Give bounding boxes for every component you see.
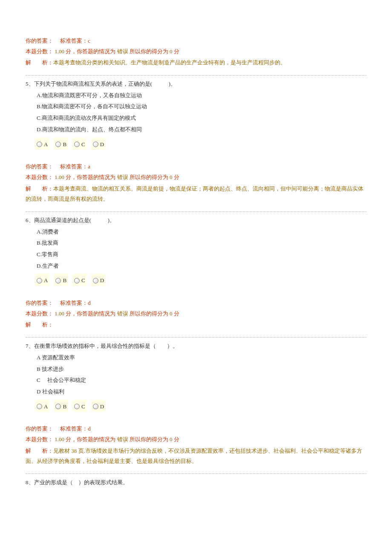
radio-a[interactable]: A bbox=[35, 274, 49, 286]
std-answer-value: a bbox=[88, 163, 90, 170]
radio-label: D bbox=[100, 402, 104, 412]
radio-icon bbox=[55, 142, 61, 147]
status: 错误 bbox=[117, 48, 128, 55]
stem-text: 商品流通渠道的起点是( )。 bbox=[34, 217, 115, 223]
question-7: 7、在衡量市场绩效的指标中，最具综合性的指标是（ ）。 A 资源配置效率 B 技… bbox=[26, 341, 366, 474]
question-8: 8、产业的形成是（ ）的表现形式结果。 bbox=[26, 477, 366, 488]
answer-line: 你的答案： 标准答案：d bbox=[26, 424, 366, 434]
option-d: D 社会福利 bbox=[37, 387, 366, 397]
got-score: 0 bbox=[170, 436, 173, 442]
analysis-line: 解 析：本题考查物流分类的相关知识。生产物流是制造产品的生产企业特有的，是与生产… bbox=[26, 58, 366, 68]
option-a: A 资源配置效率 bbox=[37, 353, 366, 363]
radio-b[interactable]: B bbox=[54, 138, 68, 150]
option-c: C 社会公平和稳定 bbox=[37, 375, 366, 386]
radio-label: B bbox=[63, 139, 66, 150]
std-answer-label: 标准答案： bbox=[60, 300, 88, 306]
analysis-label: 解 析： bbox=[26, 59, 53, 66]
got-score: 0 bbox=[170, 48, 173, 55]
radio-group: A B C D bbox=[26, 400, 366, 412]
question-number: 8、 bbox=[26, 479, 34, 486]
radio-d[interactable]: D bbox=[91, 274, 106, 286]
radio-c[interactable]: C bbox=[72, 274, 87, 286]
full-score: 1.00 bbox=[55, 436, 64, 442]
radio-d[interactable]: D bbox=[91, 138, 106, 150]
score-suffix: 分 bbox=[174, 436, 179, 442]
options-list: A.物流和商流既密不可分，又各自独立运动 B.物流和商流密不可分，各自不可以独立… bbox=[26, 90, 366, 135]
radio-icon bbox=[37, 142, 42, 147]
std-answer-value: d bbox=[88, 300, 91, 306]
radio-group: A B C D bbox=[26, 138, 366, 150]
answer-line: 你的答案： 标准答案：c bbox=[26, 36, 366, 46]
question-stem: 6、商品流通渠道的起点是( )。 bbox=[26, 215, 366, 226]
option-a: A.消费者 bbox=[37, 227, 366, 237]
radio-label: C bbox=[81, 275, 85, 286]
radio-icon bbox=[55, 404, 61, 409]
radio-c[interactable]: C bbox=[72, 138, 87, 150]
question-4-feedback: 你的答案： 标准答案：c 本题分数： 1.00 分，你答题的情况为 错误 所以你… bbox=[26, 36, 366, 75]
radio-icon bbox=[93, 142, 98, 147]
analysis-label: 解 析： bbox=[26, 448, 53, 454]
option-d: D.商流和物流的流向、起点、终点都不相同 bbox=[37, 124, 366, 135]
question-stem: 5、下列关于物流和商流相互关系的表述，正确的是( )。 bbox=[26, 79, 366, 90]
analysis-line: 解 析：见教材 38 页.市场绩效是市场行为的综合反映，不仅涉及资源配置效率，还… bbox=[26, 446, 366, 467]
score-prefix: 本题分数： bbox=[26, 310, 53, 317]
question-stem: 7、在衡量市场绩效的指标中，最具综合性的指标是（ ）。 bbox=[26, 341, 366, 352]
radio-a[interactable]: A bbox=[35, 400, 49, 412]
radio-icon bbox=[93, 404, 98, 409]
radio-group: A B C D bbox=[26, 274, 366, 286]
radio-c[interactable]: C bbox=[72, 400, 87, 412]
radio-label: B bbox=[63, 275, 66, 286]
score-prefix: 本题分数： bbox=[26, 48, 53, 55]
score-mid2: 所以你的得分为 bbox=[130, 48, 170, 55]
score-suffix: 分 bbox=[174, 174, 179, 180]
got-score: 0 bbox=[170, 310, 173, 317]
question-number: 7、 bbox=[26, 343, 34, 349]
std-answer-value: d bbox=[88, 425, 91, 432]
status: 错误 bbox=[117, 174, 128, 180]
stem-text: 在衡量市场绩效的指标中，最具综合性的指标是（ ）。 bbox=[34, 343, 178, 349]
question-number: 6、 bbox=[26, 217, 34, 223]
option-d: D.生产者 bbox=[37, 261, 366, 272]
question-number: 5、 bbox=[26, 81, 34, 87]
score-suffix: 分 bbox=[174, 48, 179, 55]
score-mid2: 所以你的得分为 bbox=[130, 436, 170, 442]
score-mid1: 分，你答题的情况为 bbox=[66, 310, 117, 317]
radio-icon bbox=[55, 278, 61, 283]
score-mid2: 所以你的得分为 bbox=[130, 174, 170, 180]
std-answer-value: c bbox=[88, 38, 90, 44]
score-line: 本题分数： 1.00 分，你答题的情况为 错误 所以你的得分为 0 分 bbox=[26, 172, 366, 183]
radio-icon bbox=[37, 404, 42, 409]
radio-label: A bbox=[44, 139, 48, 150]
score-prefix: 本题分数： bbox=[26, 436, 53, 442]
radio-label: B bbox=[63, 402, 66, 412]
full-score: 1.00 bbox=[55, 48, 64, 55]
stem-text: 下列关于物流和商流相互关系的表述，正确的是( )。 bbox=[34, 81, 176, 87]
your-answer-label: 你的答案： bbox=[26, 38, 53, 44]
analysis-line: 解 析： bbox=[26, 320, 366, 330]
score-mid2: 所以你的得分为 bbox=[130, 310, 170, 317]
score-suffix: 分 bbox=[174, 310, 179, 317]
radio-label: D bbox=[100, 139, 104, 150]
radio-a[interactable]: A bbox=[35, 138, 49, 150]
score-line: 本题分数： 1.00 分，你答题的情况为 错误 所以你的得分为 0 分 bbox=[26, 309, 366, 319]
radio-d[interactable]: D bbox=[91, 400, 106, 412]
status: 错误 bbox=[117, 310, 128, 317]
std-answer-label: 标准答案： bbox=[60, 163, 88, 170]
radio-icon bbox=[74, 404, 80, 409]
got-score: 0 bbox=[170, 174, 173, 180]
radio-b[interactable]: B bbox=[54, 274, 68, 286]
radio-b[interactable]: B bbox=[54, 400, 68, 412]
question-5: 5、下列关于物流和商流相互关系的表述，正确的是( )。 A.物流和商流既密不可分… bbox=[26, 79, 366, 212]
full-score: 1.00 bbox=[55, 310, 64, 317]
std-answer-label: 标准答案： bbox=[60, 38, 88, 44]
your-answer-label: 你的答案： bbox=[26, 300, 53, 306]
your-answer-label: 你的答案： bbox=[26, 425, 53, 432]
analysis-line: 解 析：本题考查商流、物流的相互关系。商流是前提，物流是保证；两者的起点、终点、… bbox=[26, 184, 366, 205]
options-list: A.消费者 B.批发商 C.零售商 D.生产者 bbox=[26, 227, 366, 272]
score-mid1: 分，你答题的情况为 bbox=[66, 436, 117, 442]
radio-label: D bbox=[100, 275, 104, 286]
answer-line: 你的答案： 标准答案：d bbox=[26, 298, 366, 309]
radio-label: C bbox=[81, 139, 85, 150]
radio-icon bbox=[74, 278, 80, 283]
analysis-label: 解 析： bbox=[26, 185, 53, 192]
